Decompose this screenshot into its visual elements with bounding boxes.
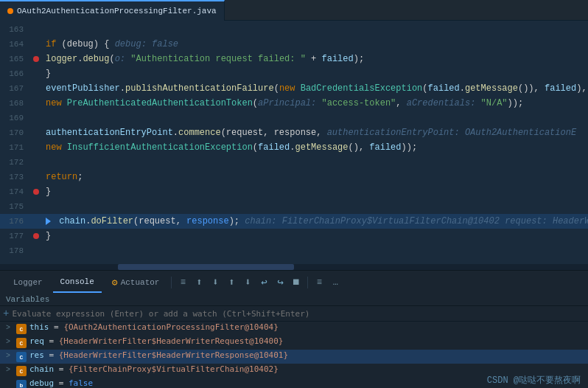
line-gutter[interactable] <box>29 189 43 195</box>
line-number: 178 <box>0 246 29 255</box>
code-line: 163 <box>0 22 588 37</box>
var-type-icon: b <box>16 380 27 388</box>
tab-logger-label: Logger <box>13 278 43 287</box>
code-editor: 163164 if (debug) { debug: false165 logg… <box>0 21 588 264</box>
add-icon: + <box>3 308 9 319</box>
line-code: return; <box>43 172 588 182</box>
tab-console[interactable]: Console <box>53 272 102 293</box>
scrollbar-thumb[interactable] <box>118 264 294 270</box>
toolbar-btn-stepover[interactable]: ↩ <box>257 276 270 289</box>
variable-item[interactable]: >Creq = {HeaderWriterFilter$HeaderWriter… <box>0 336 588 350</box>
tab-actuator-label: Actuator <box>121 278 160 287</box>
toolbar-btn-stop[interactable]: ⏹ <box>290 276 303 289</box>
code-text: new PreAuthenticatedAuthenticationToken(… <box>46 98 523 108</box>
toolbar-btn-ellipsis[interactable]: … <box>329 276 342 289</box>
code-line: 167 eventPublisher.publishAuthentication… <box>0 81 588 96</box>
code-line: 177 } <box>0 229 588 243</box>
line-number: 168 <box>0 99 29 108</box>
code-lines: 163164 if (debug) { debug: false165 logg… <box>0 21 588 258</box>
tab-console-label: Console <box>60 277 94 286</box>
line-number: 177 <box>0 232 29 240</box>
var-type-icon: C <box>16 366 27 376</box>
line-number: 163 <box>0 25 29 34</box>
actuator-icon: ⚙ <box>112 277 118 288</box>
line-number: 167 <box>0 84 29 93</box>
code-line: 175 <box>0 199 588 214</box>
line-number: 173 <box>0 173 29 181</box>
var-type-icon: C <box>16 324 27 334</box>
code-text: new InsufficientAuthenticationException(… <box>46 142 417 153</box>
code-line: 169 <box>0 111 588 125</box>
line-code: eventPublisher.publishAuthenticationFail… <box>43 83 588 94</box>
var-expand-toggle[interactable] <box>6 378 13 380</box>
line-number: 170 <box>0 128 29 137</box>
var-expand-toggle[interactable]: > <box>6 336 13 346</box>
breakpoint-marker <box>33 56 39 62</box>
code-line: 171 new InsufficientAuthenticationExcept… <box>0 140 588 155</box>
code-text: } <box>46 231 51 241</box>
tab-logger[interactable]: Logger <box>6 272 50 293</box>
var-expand-toggle[interactable]: > <box>6 364 13 374</box>
code-text: } <box>46 69 51 79</box>
line-gutter[interactable] <box>29 233 43 239</box>
var-type-icon: C <box>16 338 27 348</box>
code-text: return; <box>46 172 83 182</box>
line-code: chain.doFilter(request, response); chain… <box>43 216 588 226</box>
var-display-text: this = {OAuth2AuthenticationProcessingFi… <box>29 322 585 332</box>
code-line: 164 if (debug) { debug: false <box>0 37 588 52</box>
code-line: 173 return; <box>0 170 588 184</box>
line-code: authenticationEntryPoint.commence(reques… <box>43 128 588 138</box>
line-code: new InsufficientAuthenticationException(… <box>43 142 588 153</box>
code-text: chain.doFilter(request, response); chain… <box>54 216 588 226</box>
separator-1 <box>171 277 172 288</box>
toolbar-btn-up2[interactable]: ⬆ <box>225 276 238 289</box>
code-line: 166 } <box>0 66 588 81</box>
toolbar-btn-stepinto[interactable]: ↪ <box>273 276 287 289</box>
add-watch-row: + <box>0 306 588 322</box>
execution-arrow <box>46 218 51 225</box>
watch-input[interactable] <box>12 309 585 319</box>
breakpoint-marker <box>33 233 39 239</box>
line-code: logger.debug(o: "Authentication request … <box>43 54 588 64</box>
var-expand-toggle[interactable]: > <box>6 322 13 332</box>
line-gutter[interactable] <box>29 56 43 62</box>
line-number: 171 <box>0 143 29 152</box>
variable-item[interactable]: >Cthis = {OAuth2AuthenticationProcessing… <box>0 322 588 336</box>
variables-label: Variables <box>6 295 49 304</box>
toolbar-btn-menu[interactable]: ≡ <box>176 276 189 289</box>
toolbar-btn-down1[interactable]: ⬇ <box>209 276 222 289</box>
line-number: 176 <box>0 217 29 226</box>
code-line: 165 logger.debug(o: "Authentication requ… <box>0 52 588 66</box>
tab-label: OAuth2AuthenticationProcessingFilter.jav… <box>17 7 217 15</box>
code-line: 170 authenticationEntryPoint.commence(re… <box>0 125 588 140</box>
code-text: eventPublisher.publishAuthenticationFail… <box>46 83 587 94</box>
line-number: 164 <box>0 40 29 49</box>
code-text: if (debug) { debug: false <box>46 39 178 49</box>
line-code: } <box>43 69 588 79</box>
var-expand-toggle[interactable]: > <box>6 350 13 360</box>
code-line: 174 } <box>0 184 588 199</box>
line-code: } <box>43 231 588 241</box>
tab-bar: OAuth2AuthenticationProcessingFilter.jav… <box>0 0 588 21</box>
bottom-area: Logger Console ⚙ Actuator ≡ ⬆ ⬇ ⬆ ⬇ ↩ ↪ … <box>0 270 588 388</box>
toolbar-btn-list[interactable]: ≡ <box>312 276 326 289</box>
tab-actuator[interactable]: ⚙ Actuator <box>105 272 167 293</box>
line-code: if (debug) { debug: false <box>43 39 588 49</box>
line-number: 166 <box>0 69 29 78</box>
horizontal-scrollbar[interactable] <box>0 264 588 270</box>
toolbar-btn-down2[interactable]: ⬇ <box>241 276 254 289</box>
code-line: 176 chain.doFilter(request, response); c… <box>0 214 588 229</box>
code-line: 172 <box>0 155 588 170</box>
var-display-text: chain = {FilterChainProxy$VirtualFilterC… <box>29 364 585 374</box>
separator-2 <box>307 277 308 288</box>
file-tab[interactable]: OAuth2AuthenticationProcessingFilter.jav… <box>0 0 225 21</box>
variable-item[interactable]: >Cres = {HeaderWriterFilter$HeaderWriter… <box>0 350 588 364</box>
var-display-text: req = {HeaderWriterFilter$HeaderWriterRe… <box>29 336 585 346</box>
line-code: } <box>43 187 588 197</box>
code-line: 178 <box>0 243 588 258</box>
line-code: new PreAuthenticatedAuthenticationToken(… <box>43 98 588 108</box>
code-text: logger.debug(o: "Authentication request … <box>46 54 364 64</box>
var-display-text: res = {HeaderWriterFilter$HeaderWriterRe… <box>29 350 585 360</box>
watermark: CSDN @哒哒不要熬夜啊 <box>487 374 581 387</box>
toolbar-btn-up1[interactable]: ⬆ <box>192 276 206 289</box>
